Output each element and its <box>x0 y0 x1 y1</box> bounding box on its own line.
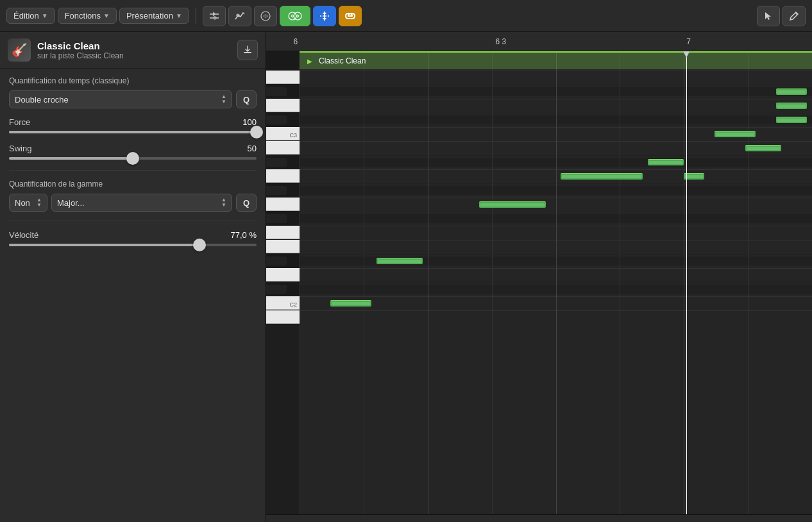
midi-note[interactable] <box>776 103 807 109</box>
piano-key-B2[interactable] <box>266 141 300 155</box>
swing-value: 50 <box>248 144 257 153</box>
piano-keys: C3C2 <box>266 51 300 324</box>
menu-fonctions[interactable]: Fonctions ▼ <box>58 8 117 24</box>
piano-key-C2[interactable]: C2 <box>266 296 300 310</box>
velocity-slider[interactable] <box>9 244 257 246</box>
separator <box>196 8 196 24</box>
velocity-slider-fill <box>9 244 199 246</box>
midi-note[interactable] <box>648 159 684 165</box>
piano-key-label-C2: C2 <box>289 301 297 308</box>
midi-note[interactable] <box>561 173 643 180</box>
timeline-marker-63: 6 3 <box>495 37 506 46</box>
piano-key-E3[interactable] <box>266 71 300 84</box>
midi-note-inner <box>716 133 754 136</box>
midi-note-inner <box>649 161 682 164</box>
tool-pencil[interactable] <box>782 6 806 26</box>
midi-note[interactable] <box>376 258 423 264</box>
tool-link[interactable] <box>339 6 362 26</box>
piano-key-Cs3[interactable] <box>266 115 287 124</box>
piano-key-E2[interactable] <box>266 240 300 253</box>
left-panel: 🎸 Classic Clean sur la piste Classic Cle… <box>0 32 266 522</box>
tool-flex[interactable] <box>203 6 226 26</box>
region-play-icon[interactable]: ▶ <box>305 56 315 66</box>
scale-quantize-button[interactable]: Q <box>236 194 257 212</box>
midi-note-inner <box>777 119 806 122</box>
bottom-scrollbar[interactable] <box>266 514 812 522</box>
timeline-marker-6: 6 <box>294 37 298 46</box>
midi-note-inner <box>685 175 703 178</box>
midi-draw-icon <box>260 10 271 22</box>
cursor-tools <box>757 6 806 26</box>
scale-select[interactable]: Major... ▲ ▼ <box>51 194 232 212</box>
midi-note[interactable] <box>479 201 546 208</box>
right-panel: 6 6 3 7 C3C2 ▶ Classic Clean <box>266 32 812 522</box>
force-slider-thumb[interactable] <box>250 126 263 139</box>
note-value-select[interactable]: Double croche ▲ ▼ <box>9 90 232 108</box>
midi-note[interactable] <box>715 131 756 137</box>
tool-automation[interactable] <box>228 6 251 26</box>
divider <box>9 170 257 171</box>
midi-note[interactable] <box>330 300 371 307</box>
piano-key-D2[interactable] <box>266 268 300 282</box>
grid-line-v-5 <box>556 51 557 514</box>
quantize-button[interactable]: Q <box>236 90 257 108</box>
grid-line-v-2 <box>364 51 364 514</box>
tool-pointer[interactable] <box>757 6 780 26</box>
piano-key-Gs2[interactable] <box>266 186 287 194</box>
piano-key-Ds2[interactable] <box>266 257 287 265</box>
pencil-icon <box>789 11 799 21</box>
controls-area: Quantification du temps (classique) Doub… <box>0 69 266 522</box>
svg-point-4 <box>261 12 270 21</box>
midi-note[interactable] <box>776 88 807 95</box>
scale-section-title: Quantification de la gamme <box>9 180 257 189</box>
piano-key-C3[interactable]: C3 <box>266 127 300 140</box>
swing-slider-fill <box>9 157 133 160</box>
velocity-value: 77,0 % <box>231 230 257 240</box>
midi-note-inner <box>562 175 641 178</box>
track-info: 🎸 Classic Clean sur la piste Classic Cle… <box>0 32 266 69</box>
grid-line-v-7 <box>684 51 684 514</box>
piano-key-G2[interactable] <box>266 198 300 211</box>
grid-line-v-1 <box>300 51 300 514</box>
force-slider[interactable] <box>9 131 257 133</box>
non-select[interactable]: Non ▲ ▼ <box>9 194 47 212</box>
menu-presentation[interactable]: Présentation ▼ <box>119 8 189 24</box>
velocity-slider-section: Vélocité 77,0 % <box>9 230 257 246</box>
link-icon <box>344 10 356 22</box>
piano-roll-area: C3C2 ▶ Classic Clean <box>266 51 812 514</box>
midi-fx-icon <box>288 10 302 22</box>
tool-midi-fx[interactable] <box>280 6 310 26</box>
timeline-header: 6 6 3 7 <box>266 32 812 51</box>
download-icon <box>243 46 252 55</box>
velocity-slider-thumb[interactable] <box>193 239 206 251</box>
swing-slider-thumb[interactable] <box>126 152 139 165</box>
grid-line-v-4 <box>492 51 493 514</box>
piano-key-A2[interactable] <box>266 169 300 183</box>
non-select-arrows-icon: ▲ ▼ <box>37 198 42 208</box>
swing-slider-section: Swing 50 <box>9 144 257 160</box>
midi-note-inner <box>777 90 806 94</box>
tool-quantize[interactable] <box>313 6 336 26</box>
piano-key-label-C3: C3 <box>289 132 297 139</box>
piano-key-F2[interactable] <box>266 226 300 239</box>
svg-marker-10 <box>323 18 326 21</box>
quantize-icon <box>319 10 330 22</box>
menu-edition[interactable]: Édition ▼ <box>6 8 55 24</box>
quantize-row: Double croche ▲ ▼ Q <box>9 90 257 108</box>
track-icon: 🎸 <box>8 38 31 62</box>
note-grid[interactable]: ▶ Classic Clean <box>300 51 812 514</box>
piano-key-Ds3[interactable] <box>266 87 287 96</box>
track-action-button[interactable] <box>237 40 258 60</box>
piano-key-Cs2[interactable] <box>266 285 287 293</box>
scale-select-arrows-icon: ▲ ▼ <box>221 198 226 208</box>
piano-key-Fs2[interactable] <box>266 214 287 223</box>
velocity-label: Vélocité <box>9 230 38 240</box>
piano-key-B1[interactable] <box>266 310 300 324</box>
piano-key-As2[interactable] <box>266 158 287 166</box>
swing-slider[interactable] <box>9 157 257 160</box>
midi-note[interactable] <box>745 145 781 151</box>
piano-key-D3[interactable] <box>266 99 300 112</box>
tool-midi-draw[interactable] <box>254 6 277 26</box>
midi-note[interactable] <box>776 117 807 123</box>
main-content: 🎸 Classic Clean sur la piste Classic Cle… <box>0 32 812 522</box>
